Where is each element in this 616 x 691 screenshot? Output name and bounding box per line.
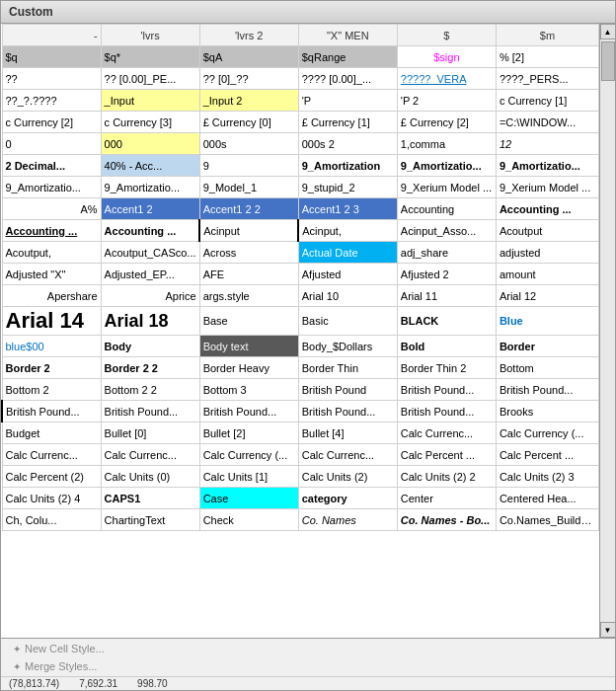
style-cell[interactable]: =C:\WINDOW... bbox=[496, 112, 598, 133]
style-cell[interactable]: Arial 11 bbox=[397, 285, 496, 307]
style-cell[interactable]: adjusted bbox=[496, 242, 598, 264]
style-cell[interactable]: Blue bbox=[496, 307, 598, 336]
style-cell[interactable]: Calc Percent (2) bbox=[2, 466, 101, 488]
style-cell[interactable]: Accent1 2 3 bbox=[298, 198, 397, 220]
style-cell[interactable]: Check bbox=[199, 509, 298, 531]
style-cell[interactable]: Accounting bbox=[397, 198, 496, 220]
style-cell[interactable]: amount bbox=[496, 264, 598, 285]
style-cell[interactable]: Accent1 2 2 bbox=[199, 198, 298, 220]
style-cell[interactable]: args.style bbox=[199, 285, 298, 307]
style-cell[interactable]: 9_Amortizatio... bbox=[2, 177, 101, 198]
style-cell[interactable]: £ Currency [2] bbox=[397, 112, 496, 133]
style-cell[interactable]: AFE bbox=[199, 264, 298, 285]
style-cell[interactable]: CAPS1 bbox=[101, 488, 199, 509]
style-cell[interactable]: British Pound... bbox=[199, 401, 298, 422]
style-cell[interactable]: £ Currency [1] bbox=[298, 112, 397, 133]
style-cell[interactable]: ????_PERS... bbox=[496, 68, 598, 90]
style-cell[interactable]: adj_share bbox=[397, 242, 496, 264]
style-cell[interactable]: Centered Hea... bbox=[496, 488, 598, 509]
style-cell[interactable]: Calc Units (2) 3 bbox=[496, 466, 598, 488]
style-cell[interactable]: British Pound... bbox=[397, 379, 496, 401]
style-cell[interactable]: Actual Date bbox=[298, 242, 397, 264]
style-cell[interactable]: Bullet [2] bbox=[199, 422, 298, 444]
style-cell[interactable]: 000s 2 bbox=[298, 133, 397, 155]
style-cell[interactable]: Adjusted_EP... bbox=[101, 264, 199, 285]
style-cell[interactable]: Center bbox=[397, 488, 496, 509]
new-cell-style-button[interactable]: ✦ New Cell Style... bbox=[9, 641, 607, 656]
style-cell[interactable]: ChartingText bbox=[101, 509, 199, 531]
style-cell[interactable]: 9_Amortizatio... bbox=[101, 177, 199, 198]
style-cell[interactable]: Budget bbox=[2, 422, 101, 444]
style-cell[interactable]: Body_$Dollars bbox=[298, 336, 397, 357]
style-cell[interactable]: £ Currency [0] bbox=[199, 112, 298, 133]
style-cell[interactable]: Calc Units (2) 2 bbox=[397, 466, 496, 488]
style-cell[interactable]: 'P 2 bbox=[397, 90, 496, 112]
scrollbar-thumb[interactable] bbox=[601, 41, 615, 81]
merge-styles-button[interactable]: ✦ Merge Styles... bbox=[9, 658, 607, 674]
style-cell[interactable]: Calc Units (2) 4 bbox=[2, 488, 101, 509]
style-cell[interactable]: category bbox=[298, 488, 397, 509]
style-cell[interactable]: blue$00 bbox=[2, 336, 101, 357]
style-cell[interactable]: Bottom bbox=[496, 357, 598, 379]
style-cell[interactable]: Aprice bbox=[101, 285, 199, 307]
style-cell[interactable]: Calc Percent ... bbox=[397, 444, 496, 466]
style-cell[interactable]: Calc Units (0) bbox=[101, 466, 199, 488]
style-cell[interactable]: Acinput_Asso... bbox=[397, 220, 496, 242]
style-cell[interactable]: Brooks bbox=[496, 401, 598, 422]
style-cell[interactable]: $sign bbox=[397, 46, 496, 68]
style-cell[interactable]: Co. Names - Bo... bbox=[397, 509, 496, 531]
scroll-up-button[interactable]: ▲ bbox=[600, 24, 616, 39]
style-cell[interactable]: Acinput bbox=[199, 220, 298, 242]
style-cell[interactable]: Calc Currency (... bbox=[496, 422, 598, 444]
style-cell[interactable]: Across bbox=[199, 242, 298, 264]
style-cell[interactable]: c Currency [1] bbox=[496, 90, 598, 112]
style-cell[interactable]: Acinput, bbox=[298, 220, 397, 242]
style-cell[interactable]: 9_stupid_2 bbox=[298, 177, 397, 198]
style-cell[interactable]: 9_Model_1 bbox=[199, 177, 298, 198]
style-cell[interactable]: British Pound... bbox=[397, 401, 496, 422]
style-cell[interactable]: 000s bbox=[199, 133, 298, 155]
style-cell[interactable]: Calc Percent ... bbox=[496, 444, 598, 466]
style-cell[interactable]: Basic bbox=[298, 307, 397, 336]
style-cell[interactable]: 9_Xerium Model ... bbox=[397, 177, 496, 198]
style-cell[interactable]: c Currency [3] bbox=[101, 112, 199, 133]
style-cell[interactable]: _Input 2 bbox=[199, 90, 298, 112]
style-cell[interactable]: Arial 12 bbox=[496, 285, 598, 307]
style-cell[interactable]: 'P bbox=[298, 90, 397, 112]
style-cell[interactable]: $qRange bbox=[298, 46, 397, 68]
style-cell[interactable]: Acoutput bbox=[496, 220, 598, 242]
style-cell[interactable]: c Currency [2] bbox=[2, 112, 101, 133]
style-cell[interactable]: 2 Decimal... bbox=[2, 155, 101, 177]
style-cell[interactable]: 40% - Acc... bbox=[101, 155, 199, 177]
style-cell[interactable]: Border Thin 2 bbox=[397, 357, 496, 379]
style-cell[interactable]: Body bbox=[101, 336, 199, 357]
style-cell[interactable]: Co. Names bbox=[298, 509, 397, 531]
style-cell[interactable]: Accounting ... bbox=[2, 220, 101, 242]
style-cell[interactable]: Border 2 bbox=[2, 357, 101, 379]
style-cell[interactable]: British Pound... bbox=[298, 401, 397, 422]
style-cell[interactable]: Body text bbox=[199, 336, 298, 357]
scrollbar-track[interactable] bbox=[600, 39, 616, 622]
style-cell[interactable]: ???? [0.00]_... bbox=[298, 68, 397, 90]
style-cell[interactable]: ??_?.???? bbox=[2, 90, 101, 112]
style-cell[interactable]: Accent1 2 bbox=[101, 198, 199, 220]
style-cell[interactable]: Adjusted "X" bbox=[2, 264, 101, 285]
style-cell[interactable]: ?? [0]_?? bbox=[199, 68, 298, 90]
style-cell[interactable]: Calc Currenc... bbox=[2, 444, 101, 466]
style-cell[interactable]: Afjusted bbox=[298, 264, 397, 285]
style-cell[interactable]: 9_Amortizatio... bbox=[397, 155, 496, 177]
style-cell[interactable]: 9 bbox=[199, 155, 298, 177]
style-cell[interactable]: Calc Currency (... bbox=[199, 444, 298, 466]
style-cell[interactable]: 12 bbox=[496, 133, 598, 155]
style-cell[interactable]: 9_Amortization bbox=[298, 155, 397, 177]
style-cell[interactable]: % [2] bbox=[496, 46, 598, 68]
style-cell[interactable]: $q* bbox=[101, 46, 199, 68]
style-cell[interactable]: Calc Units (2) bbox=[298, 466, 397, 488]
style-cell[interactable]: Acoutput_CASco... bbox=[101, 242, 199, 264]
style-cell[interactable]: Bottom 2 2 bbox=[101, 379, 199, 401]
vertical-scrollbar[interactable]: ▲ ▼ bbox=[599, 24, 615, 638]
style-cell[interactable]: $qA bbox=[199, 46, 298, 68]
style-cell[interactable]: Border 2 2 bbox=[101, 357, 199, 379]
style-cell[interactable]: Apershare bbox=[2, 285, 101, 307]
grid-area[interactable]: - 'lvrs 'lvrs 2 "X" MEN $ $m $q$q*$qA$qR… bbox=[1, 24, 599, 638]
